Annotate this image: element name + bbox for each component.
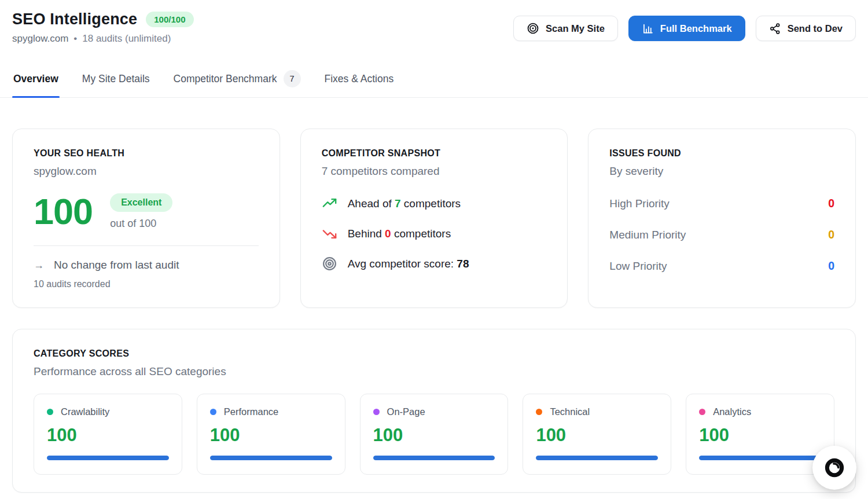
target-icon bbox=[527, 22, 539, 35]
behind-count: 0 bbox=[385, 228, 391, 240]
right-arrow-icon: → bbox=[34, 259, 44, 271]
issue-value: 0 bbox=[828, 197, 834, 210]
score-out-of: out of 100 bbox=[110, 218, 156, 230]
trending-down-icon bbox=[322, 226, 337, 241]
send-to-dev-button[interactable]: Send to Dev bbox=[756, 16, 856, 41]
category-progress-bar bbox=[47, 456, 169, 460]
trending-up-icon bbox=[322, 196, 337, 211]
issue-row-low: Low Priority 0 bbox=[609, 259, 834, 273]
tab-fixes-actions-label: Fixes & Actions bbox=[325, 73, 394, 85]
avg-score-value: 78 bbox=[457, 258, 469, 270]
issue-label: Low Priority bbox=[609, 260, 667, 273]
category-card-performance: Performance 100 bbox=[197, 394, 345, 475]
category-name: Crawlability bbox=[61, 406, 109, 417]
tab-count-badge: 7 bbox=[284, 70, 301, 87]
category-dot bbox=[536, 409, 542, 415]
domain-text: spyglow.com bbox=[12, 33, 68, 45]
share-icon bbox=[769, 23, 781, 35]
category-dot bbox=[47, 409, 53, 415]
ahead-count: 7 bbox=[395, 197, 401, 210]
category-score: 100 bbox=[210, 425, 332, 446]
tab-overview-label: Overview bbox=[13, 73, 58, 85]
category-scores-subtitle: Performance across all SEO categories bbox=[34, 365, 834, 378]
header-actions: Scan My Site Full Benchmark bbox=[513, 16, 856, 41]
category-dot bbox=[373, 409, 380, 415]
change-row: → No change from last audit bbox=[34, 259, 259, 271]
send-button-label: Send to Dev bbox=[788, 23, 843, 34]
category-progress-bar bbox=[210, 456, 332, 460]
header-score-badge: 100/100 bbox=[146, 12, 193, 27]
tab-bar: Overview My Site Details Competitor Benc… bbox=[0, 64, 868, 98]
card-issues-found: ISSUES FOUND By severity High Priority 0… bbox=[588, 129, 856, 308]
issue-row-high: High Priority 0 bbox=[609, 197, 834, 210]
competitor-snapshot-title: COMPETITOR SNAPSHOT bbox=[322, 148, 547, 159]
card-seo-health: YOUR SEO HEALTH spyglow.com 100 Excellen… bbox=[12, 129, 280, 308]
category-dot bbox=[210, 409, 216, 415]
category-score: 100 bbox=[699, 425, 821, 446]
issue-label: Medium Priority bbox=[609, 229, 686, 241]
category-progress-track bbox=[699, 456, 821, 460]
ahead-row: Ahead of 7 competitors bbox=[322, 196, 547, 211]
category-progress-bar bbox=[536, 456, 658, 460]
tab-my-site-details[interactable]: My Site Details bbox=[81, 64, 151, 97]
bullet-separator: • bbox=[73, 33, 77, 45]
fab-button[interactable] bbox=[812, 446, 856, 490]
tab-competitor-benchmark[interactable]: Competitor Benchmark 7 bbox=[172, 64, 302, 97]
aperture-icon bbox=[823, 457, 845, 479]
card-divider bbox=[34, 245, 259, 246]
seo-health-title: YOUR SEO HEALTH bbox=[34, 148, 259, 159]
issues-found-title: ISSUES FOUND bbox=[609, 148, 834, 159]
header-left: SEO Intelligence 100/100 spyglow.com • 1… bbox=[12, 10, 194, 45]
category-name: Performance bbox=[224, 406, 278, 417]
seo-health-score: 100 bbox=[34, 195, 93, 229]
category-name: On-Page bbox=[387, 406, 425, 417]
category-score: 100 bbox=[536, 425, 658, 446]
target-gray-icon bbox=[322, 256, 337, 271]
tab-my-site-details-label: My Site Details bbox=[82, 73, 150, 85]
audits-recorded: 10 audits recorded bbox=[34, 279, 259, 289]
issue-label: High Priority bbox=[609, 197, 669, 210]
category-name: Analytics bbox=[713, 406, 751, 417]
category-progress-track bbox=[210, 456, 332, 460]
category-card-crawlability: Crawlability 100 bbox=[34, 394, 182, 475]
category-card-analytics: Analytics 100 bbox=[686, 394, 834, 475]
category-card-on-page: On-Page 100 bbox=[360, 394, 509, 475]
issues-found-subtitle: By severity bbox=[609, 165, 834, 178]
page-title: SEO Intelligence bbox=[12, 10, 137, 28]
behind-text: Behind 0 competitors bbox=[348, 228, 451, 240]
avg-score-row: Avg competitor score: 78 bbox=[322, 256, 547, 271]
category-progress-bar bbox=[699, 456, 821, 460]
issue-value: 0 bbox=[828, 259, 834, 273]
full-benchmark-button[interactable]: Full Benchmark bbox=[628, 16, 745, 41]
bar-chart-icon bbox=[642, 23, 654, 35]
category-name: Technical bbox=[550, 406, 590, 417]
card-competitor-snapshot: COMPETITOR SNAPSHOT 7 competitors compar… bbox=[300, 129, 568, 308]
category-card-technical: Technical 100 bbox=[523, 394, 671, 475]
issue-row-medium: Medium Priority 0 bbox=[609, 228, 834, 241]
tab-fixes-actions[interactable]: Fixes & Actions bbox=[323, 64, 395, 97]
behind-row: Behind 0 competitors bbox=[322, 226, 547, 241]
benchmark-button-label: Full Benchmark bbox=[660, 23, 732, 34]
audits-info: 18 audits (unlimited) bbox=[82, 33, 171, 45]
issue-value: 0 bbox=[828, 228, 834, 241]
category-progress-track bbox=[536, 456, 658, 460]
tab-competitor-benchmark-label: Competitor Benchmark bbox=[174, 73, 277, 85]
change-text: No change from last audit bbox=[54, 259, 179, 271]
seo-health-domain: spyglow.com bbox=[34, 165, 259, 178]
competitor-snapshot-subtitle: 7 competitors compared bbox=[322, 165, 547, 178]
category-progress-track bbox=[47, 456, 169, 460]
card-category-scores: CATEGORY SCORES Performance across all S… bbox=[12, 329, 856, 493]
avg-score-text: Avg competitor score: 78 bbox=[348, 258, 469, 270]
ahead-text: Ahead of 7 competitors bbox=[348, 197, 461, 210]
category-progress-bar bbox=[373, 456, 495, 460]
page-header: SEO Intelligence 100/100 spyglow.com • 1… bbox=[12, 10, 856, 45]
category-dot bbox=[699, 409, 705, 415]
scan-button-label: Scan My Site bbox=[546, 23, 605, 34]
category-score: 100 bbox=[373, 425, 495, 446]
category-score: 100 bbox=[47, 425, 169, 446]
tab-overview[interactable]: Overview bbox=[12, 64, 60, 97]
category-progress-track bbox=[373, 456, 495, 460]
category-scores-title: CATEGORY SCORES bbox=[34, 348, 834, 359]
rating-badge: Excellent bbox=[110, 193, 172, 212]
scan-my-site-button[interactable]: Scan My Site bbox=[513, 16, 618, 41]
